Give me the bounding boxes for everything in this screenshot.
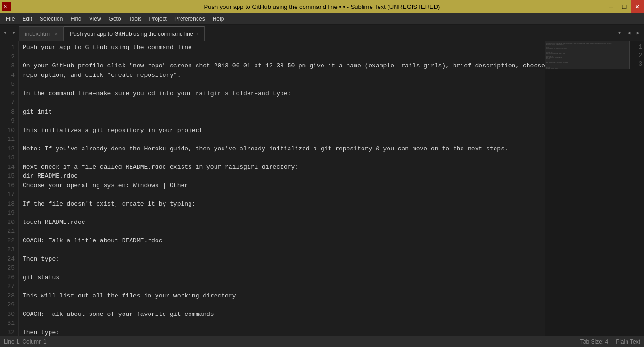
menu-edit[interactable]: Edit <box>18 13 36 24</box>
tab-size[interactable]: Tab Size: 4 <box>580 339 608 345</box>
line-number-3: 3 <box>4 61 15 71</box>
minimap-viewport <box>545 41 630 69</box>
code-line-13 <box>23 153 541 163</box>
code-line-8: git init <box>23 107 541 117</box>
code-line-26: git status <box>23 273 541 282</box>
code-line-9 <box>23 116 541 126</box>
close-button[interactable]: ✕ <box>631 0 644 13</box>
code-line-6: In the command line–make sure you cd int… <box>23 89 541 99</box>
menu-project[interactable]: Project <box>146 13 171 24</box>
code-line-24: Then type: <box>23 255 541 264</box>
right-line-2: 2 <box>632 51 642 60</box>
line-number-8: 8 <box>4 107 15 117</box>
right-line-1: 1 <box>632 43 642 51</box>
line-number-9: 9 <box>4 116 15 126</box>
title-bar: ST Push your app to GitHub using the com… <box>0 0 644 13</box>
code-line-12: Note: If you've already done the Heroku … <box>23 144 541 154</box>
syntax-label[interactable]: Plain Text <box>616 339 640 345</box>
app-icon: ST <box>2 2 11 11</box>
code-line-30: COACH: Talk about some of your favorite … <box>23 310 541 319</box>
line-number-1: 1 <box>4 43 15 52</box>
code-line-20: touch README.rdoc <box>23 218 541 227</box>
code-editor[interactable]: Push your app to GitHub using the comman… <box>19 41 545 336</box>
tab-label-index: index.html <box>25 31 51 37</box>
line-number-28: 28 <box>4 291 15 301</box>
code-line-3: On your GitHub profile click "new repo" … <box>23 61 541 71</box>
right-line-3: 3 <box>632 60 642 68</box>
code-line-5 <box>23 80 541 89</box>
tab-close-index[interactable]: × <box>55 31 58 37</box>
line-number-26: 26 <box>4 273 15 282</box>
line-number-16: 16 <box>4 181 15 190</box>
code-line-17 <box>23 190 541 199</box>
menu-help[interactable]: Help <box>209 13 228 24</box>
line-number-22: 22 <box>4 236 15 246</box>
line-number-29: 29 <box>4 300 15 310</box>
line-number-31: 31 <box>4 319 15 328</box>
code-line-29 <box>23 300 541 310</box>
line-number-13: 13 <box>4 153 15 163</box>
line-number-27: 27 <box>4 282 15 291</box>
code-line-18: If the file doesn't exist, create it by … <box>23 199 541 209</box>
line-number-4: 4 <box>4 71 15 80</box>
menu-preferences[interactable]: Preferences <box>171 13 209 24</box>
menu-bar: File Edit Selection Find View Goto Tools… <box>0 13 644 25</box>
line-number-32: 32 <box>4 328 15 336</box>
tab-push-github[interactable]: Push your app to GitHub using the comman… <box>64 26 205 41</box>
cursor-position[interactable]: Line 1, Column 1 <box>4 339 47 345</box>
tab-nav-right-2[interactable]: ▶ <box>635 29 642 37</box>
line-number-19: 19 <box>4 208 15 218</box>
line-number-15: 15 <box>4 172 15 181</box>
line-number-23: 23 <box>4 245 15 255</box>
code-line-23 <box>23 245 541 255</box>
tab-nav-right[interactable]: ▶ <box>9 24 19 41</box>
line-number-18: 18 <box>4 199 15 209</box>
menu-goto[interactable]: Goto <box>105 13 125 24</box>
code-line-11 <box>23 135 541 144</box>
code-line-14: Next check if a file called README.rdoc … <box>23 163 541 172</box>
minimize-button[interactable]: ─ <box>604 0 618 13</box>
line-number-14: 14 <box>4 163 15 172</box>
line-number-24: 24 <box>4 255 15 264</box>
editor-area: 1234567891011121314151617181920212223242… <box>0 41 644 336</box>
menu-find[interactable]: Find <box>66 13 85 24</box>
code-line-4: repo option, and click "create repositor… <box>23 71 541 80</box>
status-right: Tab Size: 4 Plain Text <box>580 339 640 345</box>
tab-nav-left-2[interactable]: ◀ <box>625 29 633 37</box>
minimap[interactable]: Push your app to GitHub using the comman… <box>545 41 630 336</box>
status-left: Line 1, Column 1 <box>4 339 47 345</box>
window-title: Push your app to GitHub using the comman… <box>204 3 440 10</box>
code-line-31 <box>23 319 541 328</box>
right-line-numbers: 1 2 3 <box>630 41 644 336</box>
tab-dropdown-button[interactable]: ▼ <box>616 29 623 37</box>
code-line-2 <box>23 52 541 62</box>
tab-close-push[interactable]: • <box>197 31 199 37</box>
window-controls: ─ □ ✕ <box>604 0 644 13</box>
line-number-25: 25 <box>4 264 15 273</box>
code-line-7 <box>23 98 541 107</box>
tab-nav-left[interactable]: ◀ <box>0 24 9 41</box>
line-number-10: 10 <box>4 126 15 135</box>
line-number-21: 21 <box>4 227 15 236</box>
tab-bar: ◀ ▶ index.html × Push your app to GitHub… <box>0 25 644 41</box>
code-line-21 <box>23 227 541 236</box>
menu-view[interactable]: View <box>85 13 105 24</box>
code-line-32: Then type: <box>23 328 541 336</box>
line-numbers: 1234567891011121314151617181920212223242… <box>0 41 19 336</box>
code-line-10: This initializes a git repository in you… <box>23 126 541 135</box>
line-number-2: 2 <box>4 52 15 62</box>
line-number-5: 5 <box>4 80 15 89</box>
code-line-27 <box>23 282 541 291</box>
menu-file[interactable]: File <box>2 13 18 24</box>
tab-index-html[interactable]: index.html × <box>19 26 64 41</box>
line-number-20: 20 <box>4 218 15 227</box>
menu-tools[interactable]: Tools <box>125 13 146 24</box>
code-line-1: Push your app to GitHub using the comman… <box>23 43 541 52</box>
line-number-7: 7 <box>4 98 15 107</box>
maximize-button[interactable]: □ <box>618 0 631 13</box>
code-line-22: COACH: Talk a little about README.rdoc <box>23 236 541 246</box>
status-bar: Line 1, Column 1 Tab Size: 4 Plain Text <box>0 336 644 347</box>
code-line-15: dir README.rdoc <box>23 172 541 181</box>
tab-label-push: Push your app to GitHub using the comman… <box>70 31 193 37</box>
menu-selection[interactable]: Selection <box>36 13 66 24</box>
